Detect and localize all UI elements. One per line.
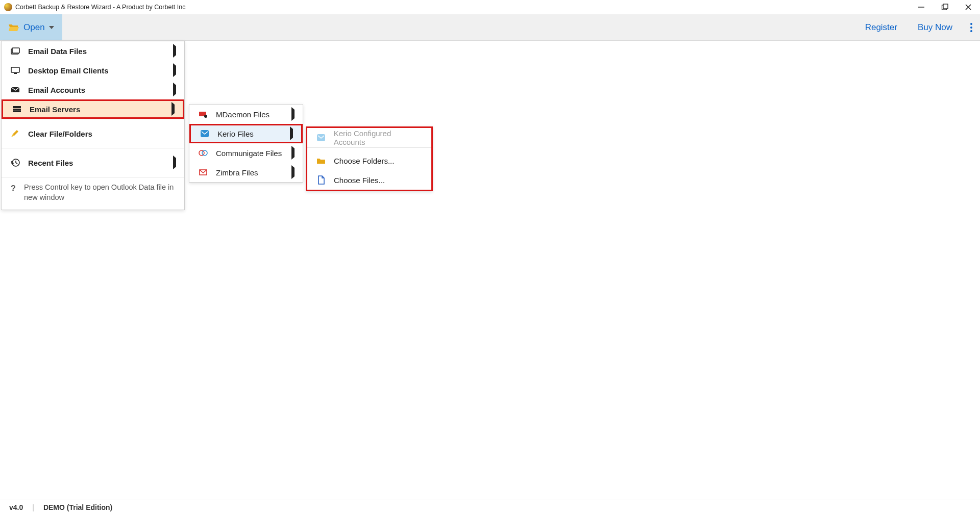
window-controls (917, 3, 976, 12)
menu-item-mdaemon-files[interactable]: MDaemon Files (189, 105, 303, 124)
menu-hint-text: Press Control key to open Outlook Data f… (24, 183, 176, 202)
folder-icon (315, 157, 327, 164)
mdaemon-icon (198, 111, 209, 118)
svg-text:?: ? (11, 184, 16, 193)
broom-icon (10, 129, 21, 138)
menu-item-label: Choose Files... (334, 176, 385, 185)
menu-item-label: Choose Folders... (334, 157, 394, 165)
menu-item-label: Email Servers (30, 105, 80, 114)
app-icon (4, 3, 12, 11)
svg-rect-13 (13, 106, 21, 108)
open-button[interactable]: Open (0, 14, 62, 40)
chevron-right-icon (172, 105, 175, 114)
menu-item-label: Email Data Files (28, 47, 87, 56)
menu-item-zimbra-files[interactable]: Zimbra Files (189, 163, 303, 182)
status-bar: v4.0 | DEMO (Trial Edition) (0, 500, 980, 514)
chevron-right-icon (173, 158, 176, 167)
question-icon: ? (10, 184, 17, 193)
maximize-button[interactable] (940, 3, 949, 12)
register-link[interactable]: Register (855, 14, 908, 40)
menu-item-label: Zimbra Files (216, 168, 258, 177)
menu-item-desktop-email-clients[interactable]: Desktop Email Clients (2, 61, 184, 80)
svg-rect-2 (943, 4, 948, 9)
menu-item-kerio-configured-accounts[interactable]: Kerio Configured Accounts (307, 128, 431, 147)
buy-now-link[interactable]: Buy Now (908, 14, 963, 40)
svg-point-5 (970, 23, 972, 25)
server-icon (11, 105, 22, 113)
menu-item-email-data-files[interactable]: Email Data Files (2, 41, 184, 61)
open-menu: Email Data Files Desktop Email Clients E… (1, 41, 185, 210)
menu-item-label: Recent Files (28, 159, 73, 167)
menu-item-clear-files[interactable]: Clear File/Folders (2, 119, 184, 148)
menu-item-label: Clear File/Folders (28, 130, 92, 138)
close-button[interactable] (964, 3, 973, 12)
history-icon (10, 158, 21, 167)
menu-item-label: Kerio Configured Accounts (334, 129, 423, 146)
edition-label: DEMO (Trial Edition) (43, 503, 112, 511)
open-button-label: Open (23, 22, 45, 33)
menu-item-label: Desktop Email Clients (28, 66, 109, 75)
svg-rect-10 (11, 67, 19, 72)
menu-hint: ? Press Control key to open Outlook Data… (2, 177, 184, 210)
communigate-icon (198, 149, 209, 157)
svg-rect-14 (13, 109, 21, 111)
menu-item-choose-folders[interactable]: Choose Folders... (307, 151, 431, 170)
chevron-right-icon (173, 85, 176, 94)
menu-item-label: Email Accounts (28, 86, 85, 94)
menu-item-email-accounts[interactable]: Email Accounts (2, 80, 184, 99)
svg-point-6 (970, 27, 972, 29)
files-stack-icon (10, 47, 21, 55)
titlebar: Corbett Backup & Restore Wizard - A Prod… (0, 0, 980, 14)
svg-rect-11 (14, 73, 17, 74)
menu-item-email-servers[interactable]: Email Servers (2, 99, 184, 119)
chevron-right-icon (173, 66, 176, 75)
menu-item-kerio-files[interactable]: Kerio Files (189, 124, 303, 143)
email-servers-submenu: MDaemon Files Kerio Files Communigate Fi… (189, 104, 303, 183)
menu-item-choose-files[interactable]: Choose Files... (307, 170, 431, 190)
file-icon (315, 175, 327, 185)
svg-rect-15 (13, 111, 21, 112)
window-title: Corbett Backup & Restore Wizard - A Prod… (15, 4, 185, 11)
dots-vertical-icon (970, 22, 973, 33)
more-options-button[interactable] (963, 14, 980, 40)
svg-rect-9 (12, 48, 19, 53)
menu-item-recent-files[interactable]: Recent Files (2, 148, 184, 177)
toolbar: Open Register Buy Now (0, 14, 980, 41)
svg-point-22 (202, 150, 207, 156)
chevron-right-icon (290, 129, 293, 138)
chevron-right-icon (291, 168, 295, 177)
menu-item-label: Kerio Files (217, 130, 254, 138)
chevron-right-icon (291, 110, 295, 119)
monitor-icon (10, 66, 21, 74)
minimize-button[interactable] (917, 3, 926, 12)
menu-item-label: Communigate Files (216, 149, 282, 158)
separator: | (32, 503, 34, 511)
menu-separator (307, 147, 431, 148)
kerio-icon (199, 130, 210, 138)
kerio-account-icon (315, 134, 327, 142)
chevron-right-icon (291, 148, 295, 158)
version-label: v4.0 (9, 503, 23, 511)
kerio-files-submenu: Kerio Configured Accounts Choose Folders… (306, 126, 433, 191)
chevron-down-icon (49, 26, 54, 29)
zimbra-icon (198, 169, 209, 176)
folder-open-icon (8, 23, 19, 32)
chevron-right-icon (173, 46, 176, 56)
svg-point-7 (970, 30, 972, 32)
menu-item-communigate-files[interactable]: Communigate Files (189, 143, 303, 163)
svg-point-19 (204, 115, 207, 118)
envelope-icon (10, 86, 21, 93)
menu-item-label: MDaemon Files (216, 110, 270, 119)
